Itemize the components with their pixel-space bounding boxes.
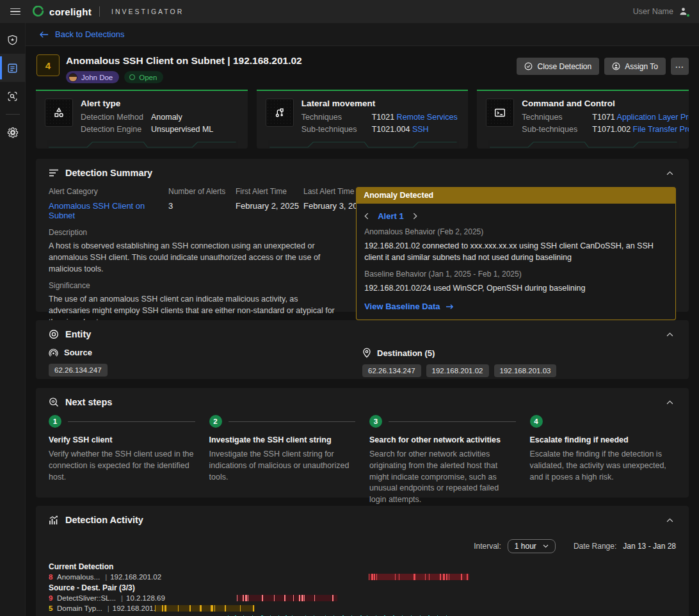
circuit-decoration	[257, 140, 469, 149]
detection-activity-section: Detection Activity Interval: 1 hour Date…	[36, 506, 689, 616]
anomalous-behavior-text: 192.168.201.02 connected to xxx.xxx.xx.x…	[364, 240, 668, 263]
activity-timeline-band[interactable]	[237, 595, 337, 601]
baseline-behavior-text: 192.168.201.02/24 used WinSCP, OpenSSH d…	[364, 282, 668, 294]
view-baseline-data-link[interactable]: View Baseline Data	[364, 302, 454, 311]
ellipsis-icon: ⋯	[675, 61, 685, 72]
card-title: Command and Control	[522, 99, 680, 108]
step-connector-line	[389, 421, 516, 422]
destination-ip-chip[interactable]: 192.168.201.02	[426, 364, 489, 377]
detection-summary-section: Detection Summary Alert Category Anomalo…	[36, 159, 689, 312]
entity-target-icon	[49, 329, 59, 339]
search-investigate-icon	[6, 90, 19, 102]
user-name: User Name	[633, 7, 673, 16]
card-lateral-movement: Lateral movement TechniquesT1021 Remote …	[257, 90, 469, 149]
collapse-section-button[interactable]	[664, 330, 676, 339]
activity-timeline-band[interactable]	[369, 574, 469, 580]
alert-category-link[interactable]: Anomalous SSH Client on Subnet	[49, 201, 145, 220]
user-avatar-icon	[679, 6, 689, 17]
card-alert-type: Alert type Detection MethodAnomaly Detec…	[36, 90, 248, 149]
arrow-right-icon	[446, 304, 454, 310]
back-navigation-bar: Back to Detections	[26, 23, 699, 46]
description-text: A host is observed establishing an SSH c…	[49, 241, 341, 275]
assignee-avatar	[68, 73, 77, 82]
card-command-and-control: Command and Control TechniquesT1071 Appl…	[477, 90, 689, 149]
section-title: Detection Summary	[65, 168, 152, 178]
close-detection-button[interactable]: Close Detection	[517, 58, 599, 75]
online-status-dot	[686, 13, 690, 17]
field-alert-category: Alert Category Anomalous SSH Client on S…	[49, 187, 168, 220]
technique-link[interactable]: Remote Services	[397, 113, 458, 122]
circuit-decoration	[36, 140, 248, 149]
activity-row-pair-2: 5 Domain Typ... | 192.168.201.02	[49, 603, 676, 613]
subtechnique-link[interactable]: SSH	[412, 125, 429, 134]
interval-select[interactable]: 1 hour	[508, 539, 556, 553]
card-title: Lateral movement	[301, 99, 458, 108]
hamburger-menu-icon[interactable]	[10, 8, 20, 15]
assign-to-button[interactable]: Assign To	[604, 58, 666, 75]
activity-row-pair-3	[49, 613, 676, 616]
anomalous-behavior-label: Anomalous Behavior (Feb 2, 2025)	[364, 227, 668, 236]
alert-type-shapes-icon	[45, 99, 73, 127]
corelight-logo-icon	[32, 6, 44, 18]
check-circle-icon	[524, 62, 533, 70]
more-actions-button[interactable]: ⋯	[671, 58, 689, 75]
interval-label: Interval:	[474, 542, 501, 551]
page-title: Anomalous SSH Client on Subnet | 192.168…	[66, 55, 302, 67]
open-status-icon	[129, 74, 135, 80]
date-range-value: Jan 13 - Jan 28	[623, 542, 676, 551]
section-title: Detection Activity	[65, 515, 143, 525]
next-step-3: 3 Search for other network activities Se…	[369, 415, 516, 506]
next-alert-button[interactable]	[413, 213, 417, 220]
card-title: Alert type	[81, 99, 213, 108]
detection-header: 4 Anomalous SSH Client on Subnet | 192.1…	[36, 52, 689, 89]
next-step-2: 2 Investigate the SSH client string Inve…	[209, 415, 356, 506]
date-range-label: Date Range:	[574, 542, 616, 551]
activity-group-label: Current Detection	[49, 561, 676, 572]
next-steps-magnifier-icon	[49, 397, 59, 407]
alert-pager-label: Alert 1	[378, 211, 403, 221]
destination-pin-icon	[362, 348, 371, 358]
description-label: Description	[49, 228, 341, 237]
destination-ip-chip[interactable]: 62.26.134.247	[362, 364, 421, 377]
left-sidebar	[0, 23, 26, 616]
main-content: 4 Anomalous SSH Client on Subnet | 192.1…	[26, 46, 699, 616]
sidebar-item-detections[interactable]	[0, 54, 26, 82]
source-ip-chip[interactable]: 62.26.134.247	[49, 364, 108, 377]
source-radar-icon	[49, 348, 58, 357]
next-step-1: 1 Verify SSH client Verify whether the S…	[49, 415, 195, 506]
collapse-section-button[interactable]	[664, 515, 676, 525]
shield-star-icon	[6, 34, 19, 46]
step-connector-line	[68, 421, 195, 422]
user-menu[interactable]: User Name	[633, 6, 689, 17]
sidebar-item-overview[interactable]	[0, 26, 26, 54]
activity-chart-icon	[49, 515, 59, 525]
circuit-decoration	[477, 140, 689, 149]
sidebar-item-investigate[interactable]	[0, 82, 26, 110]
back-to-detections-link[interactable]: Back to Detections	[40, 29, 124, 39]
brand-name: corelight	[49, 6, 92, 17]
next-step-4: 4 Escalate finding if needed Escalate th…	[530, 415, 677, 506]
collapse-section-button[interactable]	[664, 168, 676, 178]
chevron-down-icon	[543, 544, 549, 548]
step-connector-line	[229, 421, 356, 422]
gear-icon	[6, 126, 19, 139]
destination-ip-chip[interactable]: 192.168.201.03	[494, 364, 557, 377]
technique-link[interactable]: Application Layer Protocol	[617, 113, 689, 122]
previous-alert-button[interactable]	[364, 213, 369, 220]
section-title: Entity	[65, 329, 91, 339]
alert-count-badge: 4	[36, 54, 60, 76]
activity-timeline-band[interactable]	[155, 605, 255, 612]
top-bar: corelight INVESTIGATOR User Name	[0, 0, 699, 23]
activity-group-label: Source - Dest. Pair (3/3)	[49, 582, 676, 593]
next-steps-section: Next steps 1 Verify SSH client Verify wh…	[36, 388, 689, 498]
status-badge[interactable]: Open	[124, 71, 163, 83]
assignee-badge[interactable]: John Doe	[66, 71, 119, 83]
subtechnique-link[interactable]: File Transfer Protocols	[633, 125, 689, 134]
lateral-movement-circuit-icon	[266, 99, 294, 127]
collapse-section-button[interactable]	[664, 398, 676, 407]
activity-row-pair-1: 9 DetectSliver::SL... | 10.2.128.69	[49, 593, 676, 603]
alert-pager: Alert 1	[364, 211, 668, 221]
sidebar-item-settings[interactable]	[0, 118, 26, 147]
section-title: Next steps	[65, 397, 112, 407]
brand-logo[interactable]: corelight INVESTIGATOR	[32, 6, 184, 18]
